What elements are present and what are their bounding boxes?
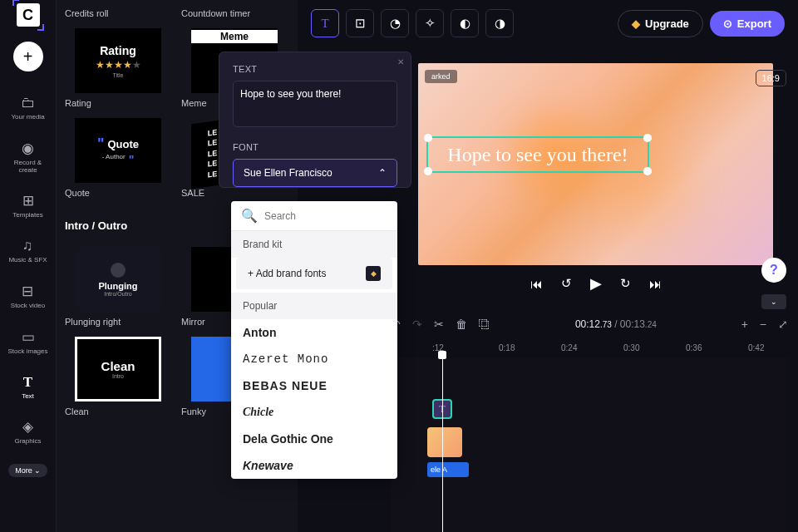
text-icon: T bbox=[23, 374, 32, 391]
zoom-in-button[interactable]: + bbox=[741, 318, 748, 331]
text-input[interactable] bbox=[233, 81, 397, 127]
timeline-ruler[interactable]: :12 0:18 0:24 0:30 0:36 0:42 bbox=[391, 339, 788, 356]
text-element-selected[interactable]: Hope to see you there! bbox=[426, 136, 649, 173]
contrast-icon: ◐ bbox=[460, 16, 470, 31]
image-icon: ▭ bbox=[22, 328, 35, 346]
diamond-icon: ◆ bbox=[632, 17, 640, 30]
skip-start-button[interactable]: ⏮ bbox=[530, 277, 543, 291]
bw-icon: ◑ bbox=[495, 16, 505, 31]
group-popular: Popular bbox=[231, 293, 397, 319]
watermark: arked bbox=[425, 70, 457, 83]
group-brand-kit: Brand kit bbox=[231, 231, 397, 258]
template-credits-roll[interactable]: Credits roll bbox=[65, 3, 171, 18]
nav-stock-images[interactable]: ▭Stock images bbox=[7, 328, 47, 356]
nav-record-create[interactable]: ◉Record & create bbox=[14, 140, 42, 175]
left-sidebar: C + 🗀Your media ◉Record & create ⊞Templa… bbox=[0, 0, 57, 532]
audio-clip[interactable]: ele A bbox=[427, 462, 469, 477]
text-tool-icon: T bbox=[321, 17, 328, 31]
template-clean[interactable]: CleanIntro Clean bbox=[65, 337, 171, 416]
palette-icon: ◔ bbox=[390, 16, 401, 31]
expand-timeline-button[interactable]: ⌄ bbox=[761, 294, 786, 309]
playback-controls: ⏮ ↺ ▶ ↻ ⏭ bbox=[418, 274, 773, 293]
tool-bw[interactable]: ◑ bbox=[485, 9, 514, 37]
tool-color[interactable]: ◔ bbox=[381, 9, 409, 37]
upgrade-button[interactable]: ◆Upgrade bbox=[618, 10, 703, 37]
redo-button[interactable]: ↷ bbox=[412, 318, 422, 331]
fit-button[interactable]: ⤢ bbox=[778, 318, 788, 331]
timeline-tracks[interactable]: T ele A bbox=[391, 357, 788, 532]
playhead[interactable] bbox=[442, 357, 443, 532]
zoom-out-button[interactable]: − bbox=[760, 318, 766, 331]
delete-button[interactable]: 🗑 bbox=[456, 318, 467, 331]
font-select[interactable]: Sue Ellen Francisco⌃ bbox=[233, 159, 397, 187]
template-plunging[interactable]: PlungingIntro/Outro Plunging right bbox=[65, 247, 171, 327]
rewind-button[interactable]: ↺ bbox=[561, 276, 572, 291]
template-quote[interactable]: "Quote- Author" Quote bbox=[65, 118, 171, 198]
nav-graphics[interactable]: ◈Graphics bbox=[14, 418, 41, 446]
font-option[interactable]: Anton bbox=[231, 319, 397, 346]
export-icon: ⊙ bbox=[723, 17, 732, 30]
graphics-icon: ◈ bbox=[22, 418, 33, 436]
resize-handle[interactable] bbox=[643, 167, 652, 175]
resize-handle[interactable] bbox=[424, 134, 432, 142]
add-brand-fonts-button[interactable]: + Add brand fonts◆ bbox=[236, 258, 392, 289]
aspect-ratio-button[interactable]: 16:9 bbox=[756, 70, 786, 86]
chevron-up-icon: ⌃ bbox=[378, 167, 387, 179]
premium-badge-icon: ◆ bbox=[366, 266, 381, 281]
nav-stock-video[interactable]: ⊟Stock video bbox=[11, 283, 45, 310]
skip-end-button[interactable]: ⏭ bbox=[649, 277, 662, 291]
record-icon: ◉ bbox=[22, 140, 34, 157]
forward-button[interactable]: ↻ bbox=[620, 276, 631, 291]
nav-templates[interactable]: ⊞Templates bbox=[12, 192, 42, 219]
wand-icon: ✧ bbox=[425, 16, 436, 31]
tool-text[interactable]: T bbox=[311, 9, 339, 37]
nav-music-sfx[interactable]: ♫Music & SFX bbox=[8, 238, 47, 264]
canvas-preview[interactable]: arked Hope to see you there! bbox=[418, 63, 773, 265]
resize-handle[interactable] bbox=[424, 167, 432, 175]
font-section-label: FONT bbox=[233, 142, 397, 152]
font-option[interactable]: Azeret Mono bbox=[231, 346, 397, 372]
crop-icon: ⊡ bbox=[355, 16, 366, 31]
search-icon: 🔍 bbox=[241, 208, 258, 224]
folder-icon: 🗀 bbox=[21, 95, 35, 111]
nav-text[interactable]: TText bbox=[22, 374, 34, 401]
template-countdown[interactable]: Countdown timer bbox=[181, 3, 288, 18]
nav-your-media[interactable]: 🗀Your media bbox=[11, 95, 44, 121]
font-search: 🔍 bbox=[231, 201, 397, 231]
chevron-down-icon: ⌄ bbox=[34, 466, 41, 475]
resize-handle[interactable] bbox=[643, 134, 652, 142]
font-option[interactable]: Chicle bbox=[231, 399, 397, 426]
top-toolbar: T ⊡ ◔ ✧ ◐ ◑ ◆Upgrade ⊙Export bbox=[298, 0, 798, 47]
text-properties-panel: ✕ TEXT FONT Sue Ellen Francisco⌃ bbox=[219, 52, 411, 188]
video-clip[interactable] bbox=[427, 427, 462, 457]
font-dropdown: 🔍 Brand kit + Add brand fonts◆ Popular A… bbox=[231, 201, 397, 479]
video-icon: ⊟ bbox=[22, 283, 33, 300]
font-option[interactable]: Knewave bbox=[231, 452, 397, 479]
add-button[interactable]: + bbox=[13, 42, 43, 71]
more-button[interactable]: More⌄ bbox=[8, 464, 47, 477]
timecode: 00:12.73 / 00:13.24 bbox=[575, 318, 657, 330]
font-option[interactable]: Dela Gothic One bbox=[231, 426, 397, 452]
split-button[interactable]: ✂ bbox=[434, 318, 444, 331]
music-icon: ♫ bbox=[22, 238, 33, 254]
duplicate-button[interactable]: ⿻ bbox=[479, 318, 490, 331]
export-button[interactable]: ⊙Export bbox=[710, 11, 785, 37]
tool-contrast[interactable]: ◐ bbox=[451, 9, 479, 37]
timeline-toolbar: ↶ ↷ ✂ 🗑 ⿻ 00:12.73 / 00:13.24 + − ⤢ bbox=[391, 313, 788, 336]
templates-icon: ⊞ bbox=[22, 192, 34, 209]
tool-crop[interactable]: ⊡ bbox=[346, 9, 374, 37]
font-option[interactable]: BEBAS NEUE bbox=[231, 372, 397, 399]
tool-effects[interactable]: ✧ bbox=[416, 9, 444, 37]
template-rating[interactable]: Rating★★★★★Title Rating bbox=[65, 28, 171, 108]
text-section-label: TEXT bbox=[233, 64, 397, 74]
help-button[interactable]: ? bbox=[761, 258, 786, 283]
font-search-input[interactable] bbox=[264, 210, 389, 222]
app-logo: C bbox=[17, 3, 40, 27]
play-button[interactable]: ▶ bbox=[590, 274, 602, 293]
close-icon[interactable]: ✕ bbox=[397, 57, 404, 66]
